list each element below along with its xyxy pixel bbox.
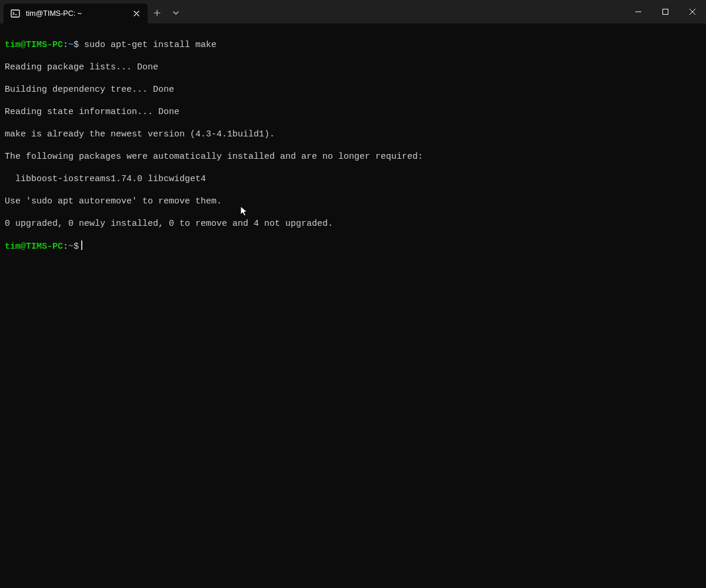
new-tab-button[interactable] [148,4,166,22]
tab-title: tim@TIMS-PC: ~ [26,9,125,18]
output-line: 0 upgraded, 0 newly installed, 0 to remo… [5,218,701,229]
prompt-colon: : [63,242,68,252]
maximize-button[interactable] [652,0,679,24]
output-line: The following packages were automaticall… [5,151,701,162]
prompt-path: ~ [68,40,74,50]
output-line: Reading state information... Done [5,106,701,118]
output-line: Building dependency tree... Done [5,84,701,95]
titlebar: tim@TIMS-PC: ~ [0,0,706,24]
output-line: make is already the newest version (4.3-… [5,129,701,140]
svg-rect-1 [663,9,668,15]
text-cursor [81,240,82,250]
prompt-dollar: $ [74,40,84,50]
close-window-button[interactable] [679,0,706,24]
output-line: Use 'sudo apt autoremove' to remove them… [5,196,701,207]
output-line: libboost-iostreams1.74.0 libcwidget4 [5,173,701,185]
tab-dropdown-button[interactable] [166,4,185,22]
command-text: sudo apt-get install make [84,40,217,50]
prompt-user-host: tim@TIMS-PC [5,40,63,50]
terminal-output-area[interactable]: tim@TIMS-PC:~$ sudo apt-get install make… [0,24,706,588]
output-line: Reading package lists... Done [5,62,701,73]
terminal-icon [11,9,20,18]
prompt-path: ~ [68,242,74,252]
prompt-colon: : [63,40,68,50]
window-controls [625,0,706,24]
svg-rect-0 [11,10,19,17]
minimize-button[interactable] [625,0,652,24]
prompt-line: tim@TIMS-PC:~$ sudo apt-get install make [5,39,701,51]
prompt-user-host: tim@TIMS-PC [5,242,63,252]
prompt-line: tim@TIMS-PC:~$ [5,240,701,252]
tab-close-button[interactable] [131,8,142,19]
terminal-tab[interactable]: tim@TIMS-PC: ~ [4,4,148,24]
prompt-dollar: $ [74,242,79,252]
